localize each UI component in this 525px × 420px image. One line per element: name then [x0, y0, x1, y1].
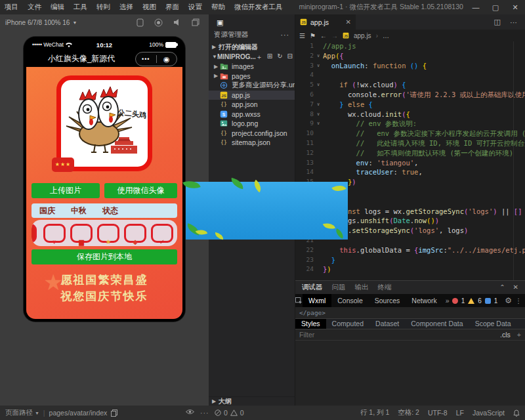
fold-chevron-icon[interactable]: ∨ — [314, 110, 323, 119]
menu-item-编辑[interactable]: 编辑 — [46, 3, 69, 12]
menu-item-转到[interactable]: 转到 — [92, 3, 115, 12]
menu-item-视图[interactable]: 视图 — [138, 3, 161, 12]
page-path-value[interactable]: pages/avatar/index — [49, 409, 108, 417]
rotate-device-icon[interactable] — [136, 18, 144, 27]
close-button[interactable]: ✕ — [505, 3, 525, 12]
error-count-icon[interactable] — [452, 298, 458, 304]
add-style-button[interactable]: + — [517, 331, 521, 339]
frame-tab-状态[interactable]: 状态 — [102, 205, 118, 217]
collapse-panel-icon[interactable]: ⌃ — [499, 284, 505, 291]
explorer-more-icon[interactable]: ··· — [281, 31, 290, 39]
menu-item-文件[interactable]: 文件 — [23, 3, 46, 12]
inspect-element-icon[interactable] — [295, 297, 303, 304]
split-editor-icon[interactable]: ◫ — [494, 18, 501, 26]
page-path-label[interactable]: 页面路径 ▼ — [5, 408, 39, 417]
menu-item-工具[interactable]: 工具 — [69, 3, 92, 12]
file-item-images[interactable]: ▶images — [209, 62, 295, 72]
status-javascript[interactable]: JavaScript — [472, 409, 505, 417]
frame-option-hat[interactable]: ▆ — [70, 224, 93, 243]
new-folder-icon[interactable]: ⊞ — [267, 52, 272, 62]
problems-indicator[interactable]: 0 0 — [215, 406, 244, 420]
devtools-tab-Sources[interactable]: Sources — [369, 294, 406, 307]
code-lines[interactable]: 1//app.js2∨App({3∨ onLaunch: function ()… — [295, 41, 525, 280]
devtools-tab-Network[interactable]: Network — [406, 294, 443, 307]
frame-tab-中秋[interactable]: 中秋 — [71, 205, 87, 217]
file-item-sitemap.json[interactable]: {}sitemap.json — [209, 138, 295, 148]
maximize-button[interactable]: ▢ — [486, 3, 505, 12]
more-menu-button[interactable]: ••• — [136, 56, 156, 62]
file-item-更多商业源码分享.url[interactable]: 更多商业源码分享.url — [209, 81, 295, 91]
project-section[interactable]: ▼ MINIPROG... ＋ ⊞ ↻ ⊟ — [209, 52, 295, 62]
file-item-pages[interactable]: ▶pages — [209, 72, 295, 81]
debugger-tab-调试器[interactable]: 调试器 — [302, 283, 323, 292]
collapse-icon[interactable]: ⊟ — [287, 52, 293, 62]
file-item-app.wxss[interactable]: Sapp.wxss — [209, 110, 295, 119]
tab-app-js[interactable]: JS app.js ✕ — [295, 14, 356, 30]
devtools-tab-Console[interactable]: Console — [331, 294, 369, 307]
close-tab-icon[interactable]: ✕ — [346, 18, 351, 26]
upload-image-button[interactable]: 上传图片 — [32, 183, 100, 198]
back-icon[interactable]: ← — [320, 32, 327, 39]
fold-chevron-icon[interactable]: ∨ — [314, 119, 323, 129]
mute-icon[interactable] — [173, 18, 181, 26]
breadcrumb-file[interactable]: app.js — [354, 32, 371, 39]
frame-option-check[interactable]: ✓ — [151, 224, 173, 243]
menu-item-设置[interactable]: 设置 — [184, 3, 207, 12]
eye-icon[interactable] — [186, 409, 194, 415]
menu-item-帮助[interactable]: 帮助 — [207, 3, 230, 12]
file-item-app.json[interactable]: {}app.json — [209, 100, 295, 110]
status-空格-2[interactable]: 空格: 2 — [398, 408, 419, 417]
fold-chevron-icon[interactable]: ∨ — [314, 51, 323, 61]
menu-item-微信开发者工具[interactable]: 微信开发者工具 — [230, 3, 287, 12]
editor-more-icon[interactable]: ··· — [510, 18, 517, 26]
bookmark-icon[interactable]: ⚑ — [310, 32, 316, 39]
clipboard-icon[interactable]: ▣ — [217, 18, 223, 27]
info-count-icon[interactable] — [485, 298, 491, 304]
menu-item-项目[interactable]: 项目 — [0, 3, 23, 12]
menu-icon[interactable]: ☰ — [299, 32, 305, 39]
frame-option-star[interactable]: ★ — [97, 224, 119, 243]
close-panel-icon[interactable]: ✕ — [513, 284, 518, 291]
save-image-button[interactable]: 保存图片到本地 — [32, 249, 177, 264]
styles-tab-scope-data[interactable]: Scope Data — [469, 319, 517, 329]
devtools-tab-Wxml[interactable]: Wxml — [303, 294, 331, 307]
styles-tab-styles[interactable]: Styles — [295, 319, 326, 329]
new-file-icon[interactable]: ＋ — [256, 52, 262, 62]
forward-icon[interactable]: → — [331, 32, 338, 39]
statusbar-more-icon[interactable]: ··· — [200, 406, 209, 420]
multi-window-icon[interactable] — [192, 18, 200, 26]
wxml-element-tree[interactable]: </page> — [295, 307, 525, 318]
fold-chevron-icon[interactable]: ∨ — [314, 100, 323, 110]
copy-path-icon[interactable] — [111, 410, 117, 417]
record-icon[interactable] — [154, 18, 163, 27]
warning-count-icon[interactable] — [468, 298, 474, 304]
cls-toggle-button[interactable]: .cls — [500, 331, 511, 339]
debugger-tab-输出[interactable]: 输出 — [355, 283, 369, 292]
use-wechat-avatar-button[interactable]: 使用微信头像 — [104, 183, 177, 198]
status-lf[interactable]: LF — [456, 409, 464, 417]
frame-option-boat[interactable]: ◆ — [124, 224, 146, 243]
filter-input[interactable]: Filter — [299, 331, 314, 339]
debugger-tab-问题[interactable]: 问题 — [332, 283, 346, 292]
refresh-icon[interactable]: ↻ — [277, 52, 282, 62]
settings-gear-icon[interactable]: ⚙ — [505, 296, 512, 305]
status-行-1-列-1[interactable]: 行 1, 列 1 — [360, 408, 389, 417]
file-item-app.js[interactable]: JSapp.js — [209, 91, 295, 100]
more-tabs-icon[interactable]: » — [443, 297, 452, 304]
frame-tab-国庆[interactable]: 国庆 — [39, 205, 55, 217]
minimize-button[interactable]: — — [466, 3, 486, 12]
device-selector[interactable]: iPhone 6/7/8 100% 16▼ — [5, 19, 77, 26]
styles-tab-dataset[interactable]: Dataset — [369, 319, 405, 329]
exit-button[interactable]: ◉ — [157, 55, 177, 64]
file-item-logo.png[interactable]: logo.png — [209, 119, 295, 129]
bell-icon[interactable] — [513, 410, 520, 417]
frame-option-partial[interactable] — [32, 224, 37, 243]
fold-chevron-icon[interactable]: ∨ — [314, 80, 323, 90]
open-editors-section[interactable]: ▶ 打开的编辑器 — [209, 42, 295, 52]
frame-option-heart[interactable]: ♥ — [43, 224, 66, 243]
status-utf-8[interactable]: UTF-8 — [428, 409, 448, 417]
styles-tab-computed[interactable]: Computed — [326, 319, 369, 329]
file-item-project.config.json[interactable]: {}project.config.json — [209, 129, 295, 138]
breadcrumb-symbol[interactable]: … — [383, 32, 389, 39]
menu-item-选择[interactable]: 选择 — [115, 3, 138, 12]
